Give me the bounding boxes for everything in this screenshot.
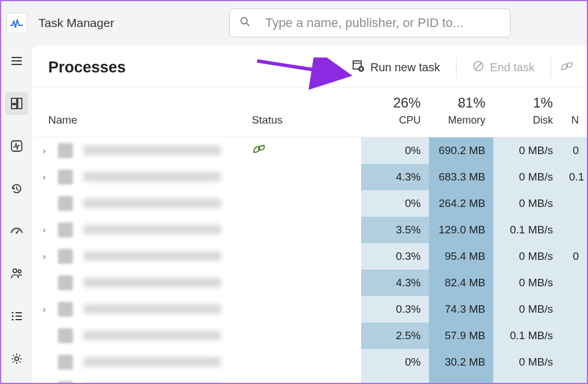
network-cell: 0.1 [561,164,587,190]
settings-nav-button[interactable] [5,347,28,370]
status-cell [243,296,361,322]
processes-nav-button[interactable] [5,92,28,115]
page-title: Processes [48,59,344,76]
cpu-cell: 0.3% [361,296,429,322]
details-nav-button[interactable] [5,305,28,328]
process-icon [58,302,73,317]
leaf-icon [559,60,573,75]
process-name [83,145,221,155]
svg-rect-5 [11,98,17,103]
svg-line-10 [17,189,18,190]
process-icon [58,381,73,383]
network-cell [561,349,587,375]
disk-cell: 0 MB/s [493,243,561,270]
process-icon [58,170,73,185]
process-name [83,357,221,367]
run-new-task-icon [352,60,365,75]
expand-toggle-icon[interactable]: › [39,145,49,155]
run-new-task-label: Run new task [370,61,440,74]
table-row[interactable]: 2.5% 57.9 MB 0.1 MB/s [32,322,587,349]
disk-cell: 0 MB/s [493,137,561,164]
table-row[interactable]: › 4.3% 683.3 MB 0 MB/s 0.1 [32,164,587,190]
memory-cell: 30.2 MB [429,349,494,375]
process-name [83,304,221,314]
search-icon [240,17,250,29]
table-row[interactable]: 4.3% 82.4 MB 0 MB/s [32,270,587,296]
table-row[interactable]: › 0.3% 95.4 MB 0 MB/s 0 [32,243,587,270]
svg-point-0 [241,18,247,24]
status-cell [243,164,361,190]
svg-point-15 [11,312,13,313]
app-title: Task Manager [38,16,114,30]
app-icon [6,13,27,33]
table-row[interactable]: 0% 264.2 MB 0 MB/s [32,190,587,217]
process-name [83,198,221,208]
status-cell [243,137,361,164]
svg-line-12 [17,230,19,233]
svg-point-13 [13,269,17,272]
network-cell [561,270,587,296]
svg-line-1 [246,24,249,26]
cpu-cell: 2.5% [361,322,429,349]
end-task-button[interactable]: End task [465,57,543,78]
column-header-status[interactable]: Status [243,87,361,137]
sort-indicator-icon: ⌄ [458,99,464,108]
expand-toggle-icon[interactable]: › [39,172,49,182]
search-box[interactable] [229,9,510,37]
hamburger-menu-button[interactable] [5,49,28,72]
status-cell [243,375,361,383]
svg-point-17 [11,315,13,317]
app-history-nav-button[interactable] [5,177,28,200]
process-name [83,172,221,182]
table-row[interactable]: › 0% 29.1 MB 0 MB/s [32,375,587,383]
column-header-name[interactable]: Name [32,87,243,137]
performance-nav-button[interactable] [5,135,28,158]
table-row[interactable]: › 0.3% 74.3 MB 0 MB/s [32,296,587,322]
table-row[interactable]: 0% 30.2 MB 0 MB/s [32,349,587,375]
disk-cell: 0.1 MB/s [493,217,561,243]
network-cell [561,217,587,243]
status-cell [243,349,361,375]
process-icon [58,355,73,370]
expand-toggle-icon[interactable]: › [39,225,49,235]
process-icon [58,249,73,264]
network-cell: 0 [561,243,587,270]
svg-line-28 [475,63,482,70]
users-nav-button[interactable] [5,262,28,285]
status-cell [243,322,361,349]
disk-cell: 0 MB/s [493,164,561,190]
table-row[interactable]: › 3.5% 129.0 MB 0.1 MB/s [32,217,587,243]
efficiency-mode-button[interactable] [551,57,573,78]
run-new-task-button[interactable]: Run new task [344,56,448,79]
process-name [83,331,221,340]
disk-cell: 0 MB/s [493,296,561,322]
end-task-icon [473,60,484,75]
table-row[interactable]: › 0% 690.2 MB 0 MB/s 0 [32,137,587,164]
cpu-cell: 4.3% [361,270,429,296]
column-header-memory[interactable]: ⌄ 81% Memory [429,87,494,137]
disk-cell: 0 MB/s [493,375,561,383]
svg-rect-7 [18,98,22,109]
startup-nav-button[interactable] [5,220,28,243]
column-header-disk[interactable]: 1% Disk [493,87,561,137]
process-name [83,251,221,261]
network-cell [561,190,587,217]
disk-cell: 0 MB/s [493,270,561,296]
expand-toggle-icon[interactable]: › [39,304,49,314]
memory-cell: 29.1 MB [429,375,494,383]
cpu-cell: 0% [361,190,429,217]
svg-point-21 [15,357,18,360]
process-table: Name Status 26% CPU ⌄ 81% Memory 1% [32,87,587,383]
network-cell [561,322,587,349]
efficiency-leaf-icon [252,145,265,157]
memory-cell: 95.4 MB [429,243,494,270]
memory-cell: 264.2 MB [429,190,494,217]
search-input[interactable] [265,16,500,30]
process-name [83,278,221,287]
column-header-cpu[interactable]: 26% CPU [361,87,429,137]
status-cell [243,270,361,296]
memory-cell: 690.2 MB [429,137,494,164]
column-header-network[interactable]: N [561,87,587,137]
status-cell [243,190,361,217]
expand-toggle-icon[interactable]: › [39,251,49,261]
